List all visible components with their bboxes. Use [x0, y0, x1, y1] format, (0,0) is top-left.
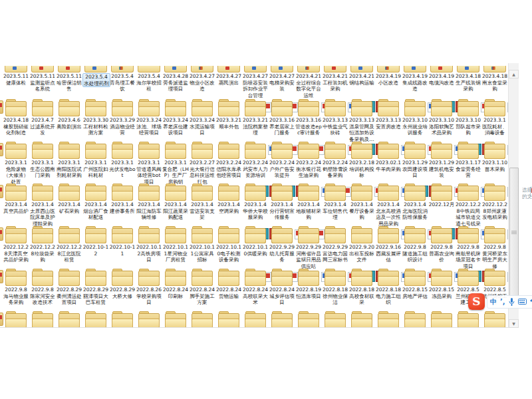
folder-item[interactable]: 2023.1.29农田建设项目	[402, 139, 428, 179]
folder-item[interactable]: 2022.9.8南航登机牌场景冠名卡项目	[455, 223, 481, 269]
folder-item[interactable]: 2023.3.13安置房改造	[375, 96, 402, 130]
folder-item[interactable]: 2023.4.18生产线装钢采购	[455, 66, 481, 92]
folder-item[interactable]: 2022.12月	[428, 181, 455, 208]
folder-item[interactable]: 2022.10-11	[109, 223, 136, 257]
folder-item[interactable]	[189, 309, 215, 327]
folder-item[interactable]: 2022.8.24城乡评估项目	[269, 266, 295, 306]
voice-input-icon[interactable]	[509, 298, 515, 306]
folder-item[interactable]: 2023.3.1管道通风阀体经营bot项目	[136, 139, 162, 185]
folder-item[interactable]: 2022.12.28天津真空共晶炉采购	[3, 223, 29, 263]
folder-item[interactable]: 2022.9.8隧道施工组织设计	[402, 223, 428, 263]
folder-item[interactable]: 2023.2.24信阳水库承包经营项目	[215, 139, 242, 179]
folder-item[interactable]: 2022.8.18电力施工组织	[375, 266, 402, 306]
folder-item[interactable]: 2023.02.1牛羊肉采购	[375, 139, 402, 172]
folder-item[interactable]: 2023.1.29建筑机电安装	[428, 139, 455, 179]
folder-item[interactable]	[455, 309, 481, 327]
soft-keyboard-icon[interactable]	[518, 299, 527, 305]
folder-item[interactable]	[3, 309, 29, 327]
folder-item[interactable]: 2023.2.24武安市人力资源培训	[242, 139, 269, 179]
folder-item[interactable]: 2023.4.18南京食堂采购	[481, 66, 508, 92]
folder-item[interactable]: 2022.8.18高校食材联采	[348, 266, 375, 306]
folder-item[interactable]: 2023.1.4北海医院消防维保服务	[402, 181, 428, 221]
folder-item[interactable]: 2022.10.10供暖采购	[242, 223, 269, 257]
folder-item[interactable]: 2022.10.10电子检测设备采购	[215, 223, 242, 263]
folder-item[interactable]: 2023.4.19集成线路改造	[402, 66, 428, 92]
folder-item[interactable]: 2023.5.4水处理药剂	[82, 66, 109, 87]
folder-item[interactable]: 2023.5.4青岛理工餐饮	[109, 66, 136, 92]
folder-item[interactable]: 2022.9.8普惠农业询价	[428, 223, 455, 263]
folder-item[interactable]: 2023.1.4真空共晶炉	[3, 181, 29, 214]
folder-item[interactable]: 2023.1.4华侨大学校服采购	[242, 181, 269, 221]
folder-item[interactable]: 2022.8.29丽泽项目大巴车租赁	[82, 266, 109, 306]
folder-item[interactable]: 2023.3.24泳池、球场经营项目	[136, 96, 162, 136]
folder-item[interactable]: 2023.5.11健康体检	[3, 66, 29, 86]
folder-item[interactable]: 2023.1.4地板辅材采购	[295, 181, 322, 221]
folder-item[interactable]: 2022.12.28江北医院租赁	[56, 223, 82, 263]
folder-item[interactable]: 2023.1.4餐厅设备采购	[348, 181, 375, 221]
folder-item[interactable]: 2022.8.19恒温库项目	[295, 266, 322, 299]
folder-item[interactable]: 2022.9.8海马物业服务采购	[3, 266, 29, 306]
folder-item[interactable]: 2022.8.24印刷标	[162, 266, 189, 299]
folder-item[interactable]: 2023.1.4太原西山医院床单及护理鞋采购	[29, 181, 56, 227]
folder-item[interactable]	[56, 309, 82, 327]
folder-item[interactable]: 2023.4.28劳务派遣监理项目	[162, 66, 189, 92]
ime-toolbar[interactable]: S 中’,	[468, 293, 532, 310]
folder-item[interactable]	[82, 309, 109, 327]
folder-item[interactable]	[481, 309, 508, 327]
folder-item[interactable]: 2022.9.29幼儿托育服务	[269, 223, 295, 263]
folder-item[interactable]: 2023.1.4车位销售代理	[322, 181, 348, 221]
folder-item[interactable]	[109, 309, 136, 327]
folder-item[interactable]: 2023.3.16管道改造epc审计服务	[295, 96, 322, 136]
folder-item[interactable]: 2023.4.19电缆沟改造	[428, 66, 455, 86]
folder-item[interactable]	[295, 309, 322, 327]
folder-item[interactable]	[348, 309, 375, 327]
folder-item[interactable]: 2023.3.30工程材料检测方案	[82, 96, 109, 136]
folder-item[interactable]: 2023.5.11监测监听点名系统	[29, 66, 56, 92]
folder-item[interactable]: 2023.4.19小区改造	[375, 66, 402, 86]
folder-item[interactable]: 2023.3.21顺丰外包	[215, 96, 242, 130]
folder-item[interactable]: 2022.9.8陈家河安全改造技术	[29, 266, 56, 306]
folder-item[interactable]	[136, 309, 162, 327]
folder-item[interactable]: 2022.12.28郑州废液发电精采购	[481, 181, 508, 221]
scrollbar-thumb[interactable]	[509, 168, 519, 299]
folder-item[interactable]: 2022.8.15冻品采购	[428, 266, 455, 299]
folder-item[interactable]: 2023.3.1复合肥（LHP）生产厂房购销	[162, 139, 189, 185]
folder-item[interactable]: 2022.12.28垃圾袋采购	[29, 223, 56, 263]
folder-item[interactable]: 2023.2.18培训机构投标	[348, 139, 375, 179]
folder-item[interactable]: 2023.1.4空调采购	[215, 181, 242, 214]
folder-item[interactable]: 2023.3.10部队超市采购	[455, 96, 481, 136]
folder-item[interactable]: 2023.3.16养老居家上门服务	[269, 96, 295, 136]
folder-item[interactable]: 2023.5.4海尔学校招租	[136, 66, 162, 92]
scroll-down-button[interactable]: ▼	[509, 319, 519, 328]
folder-item[interactable]: 2022.9.20出租车投标文件	[348, 223, 375, 263]
folder-item[interactable]	[322, 309, 348, 327]
folder-item[interactable]: 2023.4.21全过程综合数字化平台运维	[295, 66, 322, 98]
folder-item[interactable]: 2023.2.24鹤壁除雪设备采购	[322, 139, 348, 179]
folder-item[interactable]: 2023.2.24户外广告安装提升	[269, 139, 295, 179]
folder-item[interactable]: 2023.1.4分行营销宣传服务	[269, 181, 295, 221]
folder-item[interactable]: 2022.10.12高铁房项目	[136, 223, 162, 263]
folder-item[interactable]: 2023.3.1光伏发电bot	[109, 139, 136, 179]
folder-item[interactable]: 2023.4.27惠民演出	[215, 66, 242, 86]
vertical-scrollbar[interactable]: ▲ ▼	[508, 63, 519, 328]
folder-item[interactable]: 2023.3.10永州就业培训服务	[402, 96, 428, 136]
folder-item[interactable]	[428, 309, 455, 327]
folder-item[interactable]: 2023.5.11哈密保洁销售	[56, 66, 82, 92]
folder-item[interactable]	[162, 309, 189, 327]
folder-item[interactable]: 2023.3.1南阳医院试剂耗材采购	[56, 139, 82, 179]
folder-item[interactable]: 2022.8.26学校采购项目	[136, 266, 162, 306]
folder-item[interactable]: 2023.1.4雷达安装支架	[189, 181, 215, 221]
sogou-logo-icon[interactable]: S	[468, 293, 485, 310]
folder-item[interactable]	[215, 309, 242, 327]
folder-item[interactable]: 2023.1.10苗木采购	[481, 139, 508, 172]
folder-item[interactable]: 2023.1.4烟台酒厂食材配送	[82, 181, 109, 221]
folder-item[interactable]	[375, 309, 402, 327]
folder-item[interactable]: 2022.9.29河南省许昌监狱日用品供应站	[295, 223, 322, 269]
folder-item[interactable]: 2023.4.18橡胶脱硝催化剂制造	[3, 96, 29, 136]
folder-item[interactable]: 2022.8.29大桥大修	[109, 266, 136, 299]
folder-item[interactable]: 2022.10.11星河物业厂房租赁	[162, 223, 189, 263]
chinese-mode-icon[interactable]: 中	[490, 298, 497, 306]
folder-item[interactable]: 2022.8.24脚手架施工方案	[189, 266, 215, 306]
folder-item[interactable]: 2023.3.1医院耗材、消毒设备	[481, 96, 508, 136]
folder-item[interactable]: 2022.8.24货物运输	[215, 266, 242, 299]
